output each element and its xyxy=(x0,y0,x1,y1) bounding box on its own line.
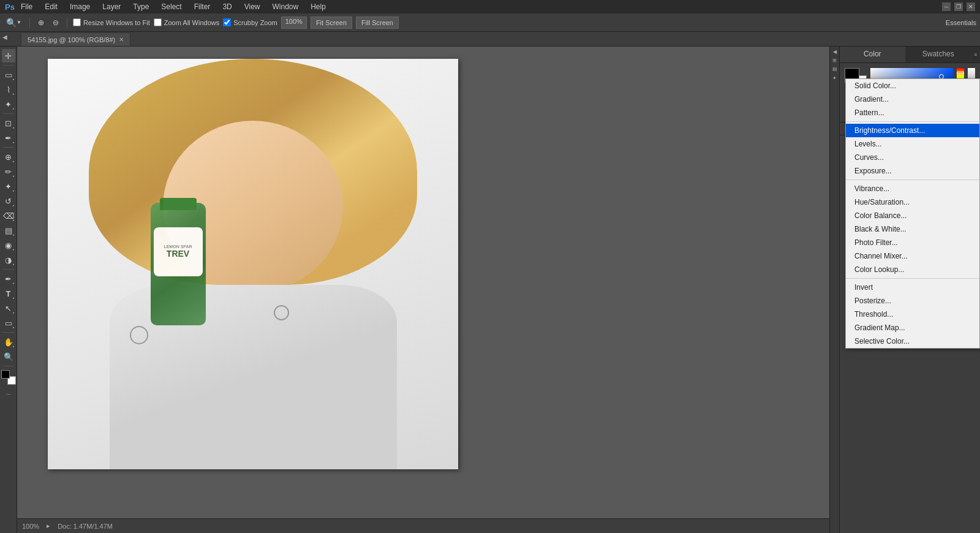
color-panel-menu[interactable]: ≡ xyxy=(971,47,980,62)
menu-item-exposure---[interactable]: Exposure... xyxy=(846,164,979,178)
zoom-all-windows-input[interactable] xyxy=(154,18,162,26)
tab-expand-icon[interactable]: ◀ xyxy=(2,34,7,40)
zoom-out-button[interactable]: ⊖ xyxy=(50,16,61,29)
menu-image[interactable]: Image xyxy=(67,2,92,12)
menu-help[interactable]: Help xyxy=(308,2,328,12)
tool-blur[interactable]: ◉ ▸ xyxy=(2,238,15,252)
menu-item-brightness-contrast---[interactable]: Brightness/Contrast... xyxy=(846,124,979,137)
menu-item-invert[interactable]: Invert xyxy=(846,281,979,294)
menu-item-posterize---[interactable]: Posterize... xyxy=(846,294,979,308)
menu-view[interactable]: View xyxy=(242,2,263,12)
menu-item-photo-filter---[interactable]: Photo Filter... xyxy=(846,236,979,249)
menu-filter[interactable]: Filter xyxy=(192,2,213,12)
tool-gradient[interactable]: ▤ ▸ xyxy=(2,224,15,237)
menu-item-channel-mixer---[interactable]: Channel Mixer... xyxy=(846,249,979,263)
menu-window[interactable]: Window xyxy=(270,2,301,12)
tool-dodge[interactable]: ◑ ▸ xyxy=(2,253,15,266)
menu-separator-6 xyxy=(846,180,979,180)
panel-collapse-icon[interactable]: ◀ xyxy=(833,49,837,55)
tool-more[interactable]: ··· xyxy=(2,387,15,401)
menu-bar: File Edit Image Layer Type Select Filter… xyxy=(18,2,328,12)
tool-brush[interactable]: ✏ ▸ xyxy=(2,165,15,178)
gradient-icon: ▤ xyxy=(5,226,12,235)
submenu-arrow: ▸ xyxy=(13,262,15,266)
tool-clone-stamp[interactable]: ✦ ▸ xyxy=(2,180,15,193)
submenu-arrow: ▸ xyxy=(13,174,15,178)
panel-icon-2[interactable]: ▤ xyxy=(832,66,837,72)
zoom-in-button[interactable]: ⊕ xyxy=(36,16,47,29)
resize-windows-label: Resize Windows to Fit xyxy=(83,19,150,26)
tool-separator-1 xyxy=(3,65,14,66)
brush-icon: ✏ xyxy=(5,167,12,176)
tool-crop[interactable]: ⊡ ▸ xyxy=(2,116,15,130)
tab-swatches[interactable]: Swatches xyxy=(906,47,972,62)
menu-item-gradient---[interactable]: Gradient... xyxy=(846,93,979,106)
fill-screen-button[interactable]: Fill Screen xyxy=(356,17,399,29)
menu-file[interactable]: File xyxy=(18,2,35,12)
menu-item-color-balance---[interactable]: Color Balance... xyxy=(846,209,979,222)
restore-button[interactable]: ❐ xyxy=(954,2,963,11)
tool-marquee[interactable]: ▭ ▸ xyxy=(2,68,15,81)
foreground-color-swatch[interactable] xyxy=(1,370,10,379)
menu-select[interactable]: Select xyxy=(159,2,184,12)
menu-type[interactable]: Type xyxy=(130,2,151,12)
tool-move[interactable]: ✛ xyxy=(2,49,15,62)
submenu-arrow: ▸ xyxy=(13,248,15,251)
document-tab[interactable]: 54155.jpg @ 100% (RGB/8#) ✕ xyxy=(21,32,130,46)
quick-select-icon: ✦ xyxy=(5,100,12,109)
fit-screen-button[interactable]: Fit Screen xyxy=(311,17,352,29)
tool-pen[interactable]: ✒ ▸ xyxy=(2,272,15,285)
tool-path-select[interactable]: ↖ ▸ xyxy=(2,301,15,315)
menu-item-color-lookup---[interactable]: Color Lookup... xyxy=(846,263,979,276)
resize-windows-checkbox[interactable]: Resize Windows to Fit xyxy=(73,18,150,26)
minimize-button[interactable]: ─ xyxy=(942,2,951,11)
menu-item-gradient-map---[interactable]: Gradient Map... xyxy=(846,321,979,335)
menu-layer[interactable]: Layer xyxy=(100,2,123,12)
canvas-container: LEMON SPAR TREV xyxy=(48,59,458,469)
scrubby-zoom-input[interactable] xyxy=(223,18,231,26)
tool-text[interactable]: T ▸ xyxy=(2,287,15,300)
tool-heal[interactable]: ⊕ ▸ xyxy=(2,150,15,164)
tool-hand[interactable]: ✋ ▸ xyxy=(2,335,15,349)
menu-item-levels---[interactable]: Levels... xyxy=(846,137,979,151)
tool-quick-select[interactable]: ✦ ▸ xyxy=(2,97,15,111)
hue-slider[interactable] xyxy=(957,72,964,74)
marquee-icon: ▭ xyxy=(5,70,12,80)
menu-item-selective-color---[interactable]: Selective Color... xyxy=(846,335,979,348)
left-toolbox: ✛ ▭ ▸ ⌇ ▸ ✦ ▸ ⊡ ▸ ✒ ▸ xyxy=(0,47,17,533)
scrubby-zoom-checkbox[interactable]: Scrubby Zoom xyxy=(223,18,277,26)
menu-item-pattern---[interactable]: Pattern... xyxy=(846,106,979,119)
submenu-arrow: ▸ xyxy=(13,218,15,222)
document-tab-close[interactable]: ✕ xyxy=(119,36,124,43)
tab-color[interactable]: Color xyxy=(840,47,906,62)
tool-zoom[interactable]: 🔍 xyxy=(2,350,15,363)
menu-item-threshold---[interactable]: Threshold... xyxy=(846,308,979,321)
menu-item-vibrance---[interactable]: Vibrance... xyxy=(846,182,979,195)
resize-windows-input[interactable] xyxy=(73,18,81,26)
panel-icon-1[interactable]: ⊞ xyxy=(832,58,837,62)
zoom-all-windows-checkbox[interactable]: Zoom All Windows xyxy=(154,18,219,26)
tool-eyedropper[interactable]: ✒ ▸ xyxy=(2,131,15,145)
tool-lasso[interactable]: ⌇ ▸ xyxy=(2,83,15,96)
menu-3d[interactable]: 3D xyxy=(220,2,234,12)
tool-separator-3 xyxy=(3,147,14,148)
zoom-tool-icon[interactable]: 🔍 ▼ xyxy=(4,16,24,29)
panel-icon-3[interactable]: ✦ xyxy=(832,75,837,81)
tool-history-brush[interactable]: ↺ ▸ xyxy=(2,194,15,208)
tool-eraser[interactable]: ⌫ ▸ xyxy=(2,209,15,222)
tab-bar: ◀ 54155.jpg @ 100% (RGB/8#) ✕ xyxy=(0,32,980,47)
menu-edit[interactable]: Edit xyxy=(42,2,60,12)
color-swatches[interactable] xyxy=(1,370,16,385)
menu-item-solid-color---[interactable]: Solid Color... xyxy=(846,79,979,93)
status-bar: 100% ▸ Doc: 1.47M/1.47M xyxy=(17,518,829,533)
text-icon: T xyxy=(6,289,11,298)
tool-shape[interactable]: ▭ ▸ xyxy=(2,316,15,330)
menu-item-curves---[interactable]: Curves... xyxy=(846,151,979,164)
canvas-area[interactable]: LEMON SPAR TREV xyxy=(17,47,829,518)
menu-item-hue-saturation---[interactable]: Hue/Saturation... xyxy=(846,195,979,209)
submenu-arrow: ▸ xyxy=(13,92,15,96)
zoom-all-windows-label: Zoom All Windows xyxy=(164,19,219,26)
close-button[interactable]: ✕ xyxy=(967,2,975,11)
menu-item-black---white---[interactable]: Black & White... xyxy=(846,222,979,236)
doc-info: Doc: 1.47M/1.47M xyxy=(58,523,113,530)
